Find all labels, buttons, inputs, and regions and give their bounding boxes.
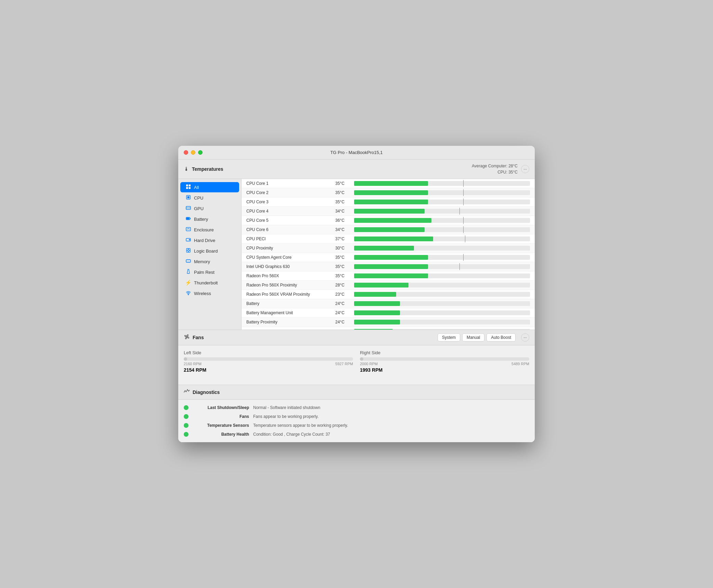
temp-row: CPU Core 1 35°C: [242, 179, 535, 188]
diag-value: Normal - Software initiated shutdown: [253, 405, 320, 410]
svg-rect-5: [187, 196, 189, 199]
fans-more-button[interactable]: ···: [521, 333, 529, 342]
svg-point-17: [187, 250, 189, 251]
sidebar-battery-label: Battery: [194, 217, 208, 222]
temp-bar-container: [354, 329, 530, 330]
fans-header: Fans System Manual Auto Boost ···: [178, 330, 535, 345]
temp-bar-marker: [463, 199, 464, 205]
sidebar-thunderbolt-label: Thunderbolt: [194, 280, 218, 285]
left-fan-rpm-bold: 2154 RPM: [184, 367, 353, 373]
sidebar-item-memory[interactable]: Memory: [180, 256, 239, 267]
sidebar-item-palmrest[interactable]: Palm Rest: [180, 267, 239, 277]
left-fan-bar-wrapper: 2160 RPM 5927 RPM: [184, 357, 353, 361]
sidebar-item-battery[interactable]: Battery: [180, 214, 239, 224]
diagnostics-row: Last Shutdown/Sleep Normal - Software in…: [184, 403, 529, 412]
svg-rect-3: [189, 187, 191, 189]
diagnostics-section: Diagnostics Last Shutdown/Sleep Normal -…: [178, 385, 535, 442]
temp-value: 23°C: [335, 292, 354, 297]
left-fan-min: 2160 RPM: [184, 362, 202, 366]
manual-mode-button[interactable]: Manual: [462, 333, 484, 342]
diag-label: Last Shutdown/Sleep: [193, 405, 249, 410]
sidebar-logicboard-label: Logic Board: [194, 248, 218, 254]
sidebar-item-enclosure[interactable]: Enclosure: [180, 225, 239, 235]
temp-row: CPU Core 3 35°C: [242, 197, 535, 207]
sidebar-all-label: All: [194, 185, 199, 190]
sidebar-item-all[interactable]: All: [180, 182, 239, 192]
diagnostics-header: Diagnostics: [178, 385, 535, 400]
diag-value: Temperature sensors appear to be working…: [253, 423, 348, 428]
window-title: TG Pro - MacBookPro15,1: [330, 150, 383, 155]
autoboost-mode-button[interactable]: Auto Boost: [487, 333, 516, 342]
diag-status-dot: [184, 405, 189, 410]
sidebar-item-cpu[interactable]: CPU: [180, 193, 239, 203]
sidebar-item-wireless[interactable]: Wireless: [180, 288, 239, 298]
temp-bar: [354, 209, 425, 214]
temp-bar: [354, 237, 433, 241]
temp-bar-marker: [463, 226, 464, 233]
system-mode-button[interactable]: System: [438, 333, 460, 342]
temp-bar: [354, 310, 400, 315]
diag-label: Fans: [193, 414, 249, 419]
right-fan-rpm-bold: 1993 RPM: [360, 367, 529, 373]
minimize-button[interactable]: [191, 150, 195, 155]
svg-rect-12: [186, 218, 189, 219]
temp-value: 34°C: [335, 209, 354, 214]
temp-bar-container: [354, 301, 530, 306]
temp-value: 28°C: [335, 283, 354, 287]
temp-name: CPU Core 4: [246, 209, 335, 214]
temp-value: 34°C: [335, 227, 354, 232]
temp-name: Battery: [246, 301, 335, 306]
cpu-temp-label: CPU:: [497, 170, 507, 175]
temp-bar: [354, 190, 428, 195]
temp-bar: [354, 283, 409, 287]
diagnostics-title: Diagnostics: [193, 389, 529, 395]
temp-bar-container: [354, 209, 530, 214]
temp-row: Intel UHD Graphics 630 35°C: [242, 262, 535, 271]
temp-bar-marker: [465, 235, 465, 242]
temp-bar: [354, 181, 428, 186]
enclosure-icon: [185, 227, 191, 233]
temp-value: 35°C: [335, 181, 354, 186]
temp-name: CPU Core 5: [246, 218, 335, 223]
sidebar-item-logicboard[interactable]: Logic Board: [180, 246, 239, 256]
temp-bar-marker: [459, 208, 460, 215]
temp-row: Battery 24°C: [242, 299, 535, 308]
diag-status-dot: [184, 414, 189, 419]
temp-bar-marker: [463, 189, 464, 196]
temp-value: 35°C: [335, 255, 354, 260]
battery-icon: [185, 216, 191, 222]
sidebar-item-harddrive[interactable]: Hard Drive: [180, 235, 239, 245]
right-fan-bar-fill: [360, 357, 363, 361]
all-icon: [185, 184, 191, 190]
svg-rect-22: [186, 260, 191, 262]
logicboard-icon: [185, 248, 191, 254]
temp-value: 37°C: [335, 237, 354, 241]
temp-bar-container: [354, 227, 530, 232]
fans-section: Fans System Manual Auto Boost ··· Left S…: [178, 330, 535, 385]
temp-name: Intel UHD Graphics 630: [246, 264, 335, 269]
fans-icon: [184, 334, 190, 341]
temp-bar-container: [354, 181, 530, 186]
diagnostics-content: Last Shutdown/Sleep Normal - Software in…: [178, 400, 535, 442]
main-content: 🌡 Temperatures Average Computer: 28°C CP…: [178, 159, 535, 442]
sidebar-item-gpu[interactable]: GPU: [180, 203, 239, 214]
sidebar-item-thunderbolt[interactable]: ⚡ Thunderbolt: [180, 278, 239, 288]
svg-point-30: [188, 294, 189, 295]
avg-computer-value: 28°C: [508, 164, 518, 168]
thermometer-icon: 🌡: [184, 166, 189, 172]
sidebar-memory-label: Memory: [194, 259, 210, 264]
temp-bar: [354, 329, 393, 330]
temp-row: Battery Management Unit 24°C: [242, 308, 535, 318]
maximize-button[interactable]: [198, 150, 203, 155]
temp-value: 36°C: [335, 218, 354, 223]
temp-name: CPU System Agent Core: [246, 255, 335, 260]
svg-point-15: [189, 239, 190, 240]
temperatures-more-button[interactable]: ···: [521, 165, 529, 173]
svg-rect-1: [189, 184, 191, 187]
close-button[interactable]: [184, 150, 188, 155]
temp-row: Radeon Pro 560X 35°C: [242, 271, 535, 281]
temp-row: Radeon Pro 560X VRAM Proximity 23°C: [242, 290, 535, 299]
temp-name: Radeon Pro 560X: [246, 273, 335, 278]
temp-bar: [354, 292, 396, 297]
temp-name: CPU Core 2: [246, 190, 335, 195]
